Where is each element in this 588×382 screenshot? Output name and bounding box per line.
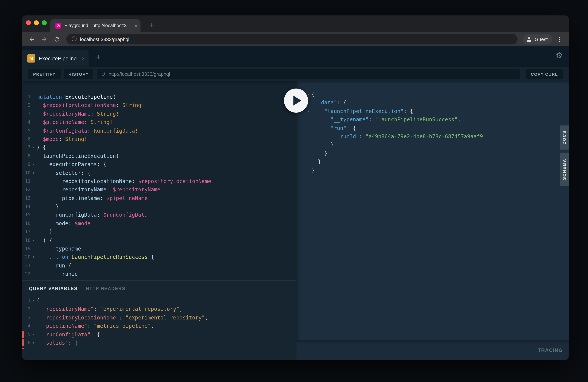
close-window-button[interactable] — [26, 20, 31, 25]
code-line: 2 $repositoryLocationName: String! — [22, 101, 296, 110]
tab-http-headers[interactable]: HTTP HEADERS — [86, 286, 126, 291]
minimize-window-button[interactable] — [34, 20, 39, 25]
line-number: 10 — [22, 169, 30, 177]
line-number: 11 — [22, 177, 30, 186]
code-text: } — [312, 141, 334, 149]
code-line: "run": { — [306, 124, 569, 132]
code-line: 15 runConfigData: $runConfigData — [22, 211, 296, 219]
code-text: $repositoryName: String! — [37, 110, 119, 118]
mutation-badge: M — [27, 54, 35, 63]
results-viewer: ▾{ "data": {▾ "launchPipelineExecution":… — [296, 81, 569, 340]
code-text: } — [312, 149, 327, 157]
new-tab-button[interactable]: + — [147, 20, 157, 30]
code-text: "save_metrics": { — [37, 347, 103, 349]
url-bar[interactable]: ⓘ localhost:3333/graphql — [66, 34, 518, 44]
url-text: localhost:3333/graphql — [80, 36, 129, 42]
code-text: } — [37, 228, 52, 236]
code-line: 5▾ "runConfigData": { — [22, 330, 296, 339]
fold-spacer — [30, 322, 37, 330]
code-line: 23 } — [22, 278, 296, 280]
site-info-icon[interactable]: ⓘ — [72, 37, 77, 42]
line-number: 13 — [22, 194, 30, 202]
tab-query-variables[interactable]: QUERY VARIABLES — [29, 286, 78, 291]
left-pane: 1mutation ExecutePipeline(2 $repositoryL… — [22, 81, 296, 360]
fold-spacer — [30, 278, 37, 280]
fold-arrow-icon[interactable]: ▾ — [30, 339, 37, 347]
copy-curl-button[interactable]: COPY CURL — [526, 69, 563, 79]
window-controls — [26, 20, 47, 25]
docs-side-tab[interactable]: DOCS — [560, 126, 569, 149]
code-text: repositoryName: $repositoryName — [37, 186, 161, 194]
code-line: 17 } — [22, 228, 296, 236]
reload-icon[interactable] — [52, 34, 62, 44]
line-number: 15 — [22, 211, 30, 219]
code-text: "runId": "a49b864a-79e2-4be8-b78c-687457… — [312, 132, 486, 141]
fold-arrow-icon[interactable]: ▾ — [30, 169, 37, 177]
tracing-toggle[interactable]: TRACING — [538, 347, 563, 353]
code-text: pipelineName: $pipelineName — [37, 194, 148, 202]
session-tab[interactable]: M ExecutePipeline × — [22, 50, 88, 67]
endpoint-reload-icon[interactable]: ↺ — [101, 71, 105, 77]
code-text: runId — [37, 270, 78, 278]
code-line: 12 repositoryName: $repositoryName — [22, 186, 296, 194]
code-text: "data": { — [312, 99, 346, 107]
tab-close-icon[interactable]: × — [134, 23, 138, 28]
back-icon[interactable] — [27, 34, 37, 44]
profile-button[interactable]: Guest — [523, 34, 552, 44]
code-text: "run": { — [312, 124, 356, 132]
new-session-button[interactable]: + — [96, 53, 101, 61]
fold-arrow-icon[interactable]: ▾ — [30, 347, 37, 349]
code-text: ) { — [37, 236, 52, 245]
code-text: $repositoryLocationName: String! — [37, 101, 145, 110]
code-text: selector: { — [37, 169, 91, 177]
fold-spacer — [30, 202, 37, 211]
query-editor[interactable]: 1mutation ExecutePipeline(2 $repositoryL… — [22, 81, 296, 280]
line-number: 18 — [22, 236, 30, 245]
session-close-icon[interactable]: × — [82, 56, 85, 61]
history-button[interactable]: HISTORY — [63, 69, 94, 79]
fold-spacer — [306, 124, 312, 132]
forward-icon[interactable] — [39, 34, 49, 44]
prettify-button[interactable]: PRETTIFY — [28, 69, 61, 79]
settings-gear-icon[interactable]: ⚙ — [556, 51, 563, 59]
line-number: 6 — [22, 135, 30, 143]
profile-label: Guest — [535, 36, 548, 42]
fold-spacer — [30, 261, 37, 270]
code-line: "runId": "a49b864a-79e2-4be8-b78c-687457… — [306, 132, 569, 141]
fold-arrow-icon[interactable]: ▾ — [30, 297, 37, 305]
fold-arrow-icon[interactable]: ▾ — [30, 330, 37, 339]
execute-button[interactable] — [284, 88, 308, 113]
fold-arrow-icon[interactable]: ▾ — [30, 143, 37, 152]
code-line: "data": { — [306, 99, 569, 107]
line-number: 4 — [22, 322, 30, 330]
code-line: 19 __typename — [22, 245, 296, 253]
fold-spacer — [30, 177, 37, 186]
code-text: launchPipelineExecution( — [37, 152, 119, 160]
lint-error-mark — [22, 348, 23, 349]
fold-spacer — [30, 228, 37, 236]
fold-arrow-icon[interactable]: ▾ — [30, 253, 37, 261]
variables-editor[interactable]: 1▾{2 "repositoryName": "experimental_rep… — [22, 294, 296, 349]
endpoint-input[interactable]: ↺ http://localhost:3333/graphql — [97, 69, 520, 79]
code-line: } — [306, 166, 569, 174]
fold-spacer — [306, 149, 312, 157]
fold-spacer — [306, 132, 312, 141]
fold-arrow-icon[interactable]: ▾ — [30, 236, 37, 245]
line-number: 4 — [22, 118, 30, 127]
code-text: executionParams: { — [37, 160, 106, 169]
zoom-window-button[interactable] — [42, 20, 47, 25]
graphql-playground: M ExecutePipeline × + ⚙ PRETTIFY HISTORY… — [22, 46, 569, 360]
browser-menu-icon[interactable]: ⋮ — [555, 36, 564, 43]
person-icon — [526, 36, 532, 42]
code-text: ) { — [37, 143, 46, 152]
fold-arrow-icon[interactable]: ▾ — [306, 107, 312, 115]
fold-arrow-icon[interactable]: ▾ — [30, 160, 37, 169]
schema-side-tab[interactable]: SCHEMA — [560, 152, 569, 186]
code-text: } — [37, 202, 59, 211]
line-number: 12 — [22, 186, 30, 194]
code-text: "repositoryName": "experimental_reposito… — [37, 305, 183, 314]
browser-tabstrip: Playground - http://localhost:3 × + — [22, 16, 569, 32]
browser-tab[interactable]: Playground - http://localhost:3 × — [50, 19, 141, 32]
code-line: 7▾) { — [22, 143, 296, 152]
line-number: 20 — [22, 253, 30, 261]
